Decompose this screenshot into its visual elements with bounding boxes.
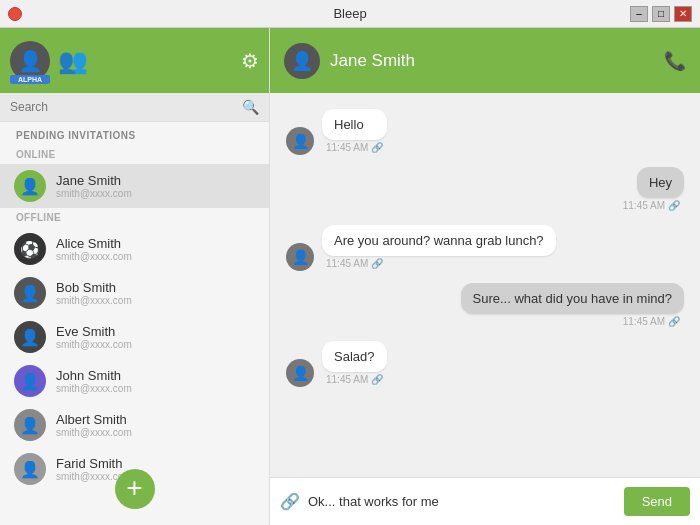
contact-email-albert: smith@xxxx.com xyxy=(56,427,132,438)
contact-item-bob[interactable]: 👤 Bob Smith smith@xxxx.com xyxy=(0,271,269,315)
user-avatar: 👤 ALPHA xyxy=(10,41,50,81)
msg-time-5: 11:45 AM 🔗 xyxy=(322,372,387,387)
contact-name-albert: Albert Smith xyxy=(56,412,132,427)
msg-status-icon-4: 🔗 xyxy=(668,316,680,327)
msg-status-icon-3: 🔗 xyxy=(371,258,383,269)
contact-email-john: smith@xxxx.com xyxy=(56,383,132,394)
avatar-bob: 👤 xyxy=(14,277,46,309)
user-avatar-icon: 👤 xyxy=(18,49,43,73)
avatar-jane-icon: 👤 xyxy=(20,177,40,196)
msg-time-3: 11:45 AM 🔗 xyxy=(322,256,556,271)
contact-item-alice[interactable]: ⚽ Alice Smith smith@xxxx.com xyxy=(0,227,269,271)
avatar-eve-icon: 👤 xyxy=(20,328,40,347)
avatar-john-icon: 👤 xyxy=(20,372,40,391)
bubble-1: Hello xyxy=(322,109,387,140)
contact-name-farid: Farid Smith xyxy=(56,456,132,471)
attach-icon[interactable]: 🔗 xyxy=(280,492,300,511)
contact-item-eve[interactable]: 👤 Eve Smith smith@xxxx.com xyxy=(0,315,269,359)
msg-avatar-icon: 👤 xyxy=(292,133,309,149)
avatar-eve: 👤 xyxy=(14,321,46,353)
maximize-button[interactable]: □ xyxy=(652,6,670,22)
alpha-badge: ALPHA xyxy=(10,75,50,84)
contact-item-albert[interactable]: 👤 Albert Smith smith@xxxx.com xyxy=(0,403,269,447)
call-icon[interactable]: 📞 xyxy=(664,50,686,72)
sidebar: 👤 ALPHA 👥 ⚙ 🔍 PENDING INVITATIONS ONLINE… xyxy=(0,28,270,525)
app-container: 👤 ALPHA 👥 ⚙ 🔍 PENDING INVITATIONS ONLINE… xyxy=(0,28,700,525)
chat-header: 👤 Jane Smith 📞 xyxy=(270,28,700,93)
contact-email-bob: smith@xxxx.com xyxy=(56,295,132,306)
app-title: Bleep xyxy=(333,6,366,21)
search-input[interactable] xyxy=(10,100,242,114)
msg-time-1: 11:45 AM 🔗 xyxy=(322,140,387,155)
avatar-alice: ⚽ xyxy=(14,233,46,265)
contact-name-bob: Bob Smith xyxy=(56,280,132,295)
contacts-list: PENDING INVITATIONS ONLINE 👤 Jane Smith … xyxy=(0,122,269,525)
avatar-bob-icon: 👤 xyxy=(20,284,40,303)
chat-contact-name: Jane Smith xyxy=(330,51,415,71)
message-row-1: 👤 Hello 11:45 AM 🔗 xyxy=(286,109,684,155)
window-controls: – □ ✕ xyxy=(630,6,692,22)
bubble-4: Sure... what did you have in mind? xyxy=(461,283,684,314)
msg-time-4: 11:45 AM 🔗 xyxy=(619,314,684,329)
sidebar-header: 👤 ALPHA 👥 ⚙ xyxy=(0,28,269,93)
bubble-2: Hey xyxy=(637,167,684,198)
messages-container: 👤 Hello 11:45 AM 🔗 Hey 11:45 AM 🔗 xyxy=(270,93,700,477)
avatar-john: 👤 xyxy=(14,365,46,397)
contact-name-jane: Jane Smith xyxy=(56,173,132,188)
msg-avatar-incoming-1: 👤 xyxy=(286,127,314,155)
msg-avatar-icon-3: 👤 xyxy=(292,249,309,265)
contact-item-john[interactable]: 👤 John Smith smith@xxxx.com xyxy=(0,359,269,403)
search-icon: 🔍 xyxy=(242,99,259,115)
send-button[interactable]: Send xyxy=(624,487,690,516)
message-input-area: 🔗 Send xyxy=(270,477,700,525)
contact-item-jane[interactable]: 👤 Jane Smith smith@xxxx.com xyxy=(0,164,269,208)
message-input[interactable] xyxy=(308,494,616,509)
msg-status-icon-5: 🔗 xyxy=(371,374,383,385)
chat-avatar-icon: 👤 xyxy=(291,50,313,72)
contact-email-jane: smith@xxxx.com xyxy=(56,188,132,199)
message-row-2: Hey 11:45 AM 🔗 xyxy=(286,167,684,213)
minimize-button[interactable]: – xyxy=(630,6,648,22)
chat-area: 👤 Jane Smith 📞 👤 Hello 11:45 AM 🔗 xyxy=(270,28,700,525)
msg-status-icon-1: 🔗 xyxy=(371,142,383,153)
avatar-farid: 👤 xyxy=(14,453,46,485)
msg-status-icon-2: 🔗 xyxy=(668,200,680,211)
contact-email-alice: smith@xxxx.com xyxy=(56,251,132,262)
message-row-4: Sure... what did you have in mind? 11:45… xyxy=(286,283,684,329)
bubble-3: Are you around? wanna grab lunch? xyxy=(322,225,556,256)
avatar-farid-icon: 👤 xyxy=(20,460,40,479)
online-label: ONLINE xyxy=(0,145,269,164)
settings-icon[interactable]: ⚙ xyxy=(241,49,259,73)
close-button[interactable]: ✕ xyxy=(674,6,692,22)
contacts-icon[interactable]: 👥 xyxy=(58,47,88,75)
avatar-albert-icon: 👤 xyxy=(20,416,40,435)
contact-name-john: John Smith xyxy=(56,368,132,383)
titlebar: Bleep – □ ✕ xyxy=(0,0,700,28)
search-bar: 🔍 xyxy=(0,93,269,122)
msg-avatar-incoming-3: 👤 xyxy=(286,243,314,271)
avatar-alice-icon: ⚽ xyxy=(20,240,40,259)
avatar-jane: 👤 xyxy=(14,170,46,202)
traffic-light-red xyxy=(8,7,22,21)
contact-name-alice: Alice Smith xyxy=(56,236,132,251)
message-row-5: 👤 Salad? 11:45 AM 🔗 xyxy=(286,341,684,387)
message-row-3: 👤 Are you around? wanna grab lunch? 11:4… xyxy=(286,225,684,271)
contact-name-eve: Eve Smith xyxy=(56,324,132,339)
chat-avatar: 👤 xyxy=(284,43,320,79)
pending-invitations-label: PENDING INVITATIONS xyxy=(0,122,269,145)
offline-label: OFFLINE xyxy=(0,208,269,227)
msg-time-2: 11:45 AM 🔗 xyxy=(619,198,684,213)
msg-avatar-incoming-5: 👤 xyxy=(286,359,314,387)
msg-avatar-icon-5: 👤 xyxy=(292,365,309,381)
add-contact-button[interactable]: + xyxy=(115,469,155,509)
bubble-5: Salad? xyxy=(322,341,387,372)
avatar-albert: 👤 xyxy=(14,409,46,441)
contact-email-eve: smith@xxxx.com xyxy=(56,339,132,350)
